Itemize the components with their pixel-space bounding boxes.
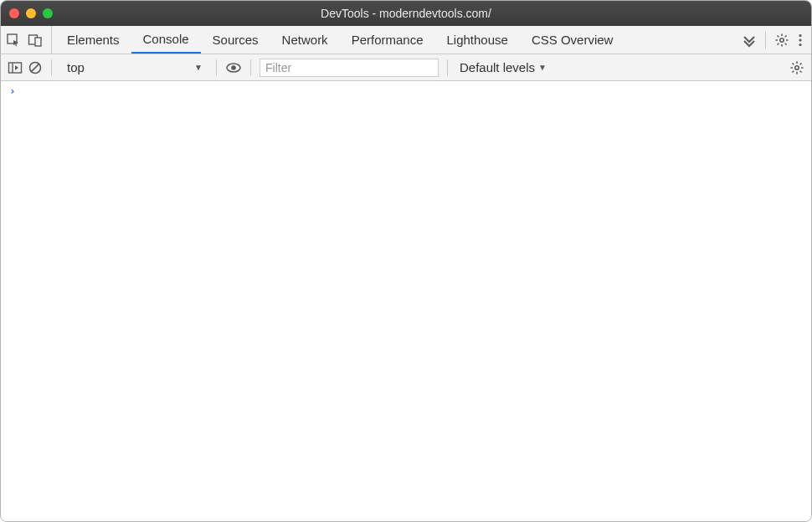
execution-context-selector[interactable]: top ▼ [60,58,208,78]
console-body[interactable]: › [1,81,811,521]
svg-line-10 [785,35,787,37]
svg-point-20 [231,65,236,70]
separator [216,59,217,76]
svg-line-11 [778,43,779,44]
svg-point-13 [799,38,801,41]
console-settings-icon[interactable] [789,60,804,75]
minimize-window-button[interactable] [26,8,36,18]
kebab-menu-icon[interactable] [794,33,806,48]
separator [51,59,52,76]
svg-point-21 [795,65,799,69]
chevron-down-icon: ▼ [538,63,547,72]
tab-css-overview[interactable]: CSS Overview [520,26,625,54]
separator [250,59,251,76]
toggle-sidebar-icon[interactable] [8,61,23,74]
tab-label: Lighthouse [447,33,508,47]
filter-input[interactable] [260,59,439,77]
svg-line-8 [778,35,779,37]
console-input[interactable] [19,84,803,97]
log-levels-selector[interactable]: Default levels ▼ [456,60,550,74]
device-toolbar-icon[interactable] [28,33,43,48]
context-label: top [67,60,85,74]
more-tabs-icon[interactable] [742,33,757,48]
prompt-caret-icon: › [9,84,16,97]
window-title: DevTools - moderndevtools.com/ [1,7,811,20]
tab-console[interactable]: Console [131,26,201,54]
maximize-window-button[interactable] [43,8,53,18]
tab-label: Network [282,33,328,47]
svg-line-9 [785,43,787,44]
tab-network[interactable]: Network [270,26,340,54]
tabbar-left-controls [6,26,52,54]
titlebar: DevTools - moderndevtools.com/ [1,1,811,26]
close-window-button[interactable] [9,8,19,18]
svg-rect-2 [35,38,41,46]
tab-label: Elements [67,33,120,47]
tabbar-right-controls [737,26,806,54]
live-expression-icon[interactable] [225,61,242,74]
devtools-window: DevTools - moderndevtools.com/ Elements … [0,0,812,522]
svg-line-27 [800,70,802,72]
traffic-lights [9,8,53,18]
separator [765,31,766,49]
svg-line-28 [800,63,802,64]
clear-console-icon[interactable] [28,60,43,75]
console-prompt-row: › [9,84,803,97]
chevron-down-icon: ▼ [194,63,203,72]
svg-line-18 [31,64,39,71]
settings-icon[interactable] [774,33,789,48]
devtools-tabbar: Elements Console Sources Network Perform… [1,26,811,54]
tab-label: Performance [352,33,424,47]
svg-point-3 [780,38,784,41]
svg-point-12 [799,33,801,36]
tabs-container: Elements Console Sources Network Perform… [55,26,737,54]
svg-point-14 [799,43,801,45]
levels-label: Default levels [460,60,535,74]
tab-label: CSS Overview [532,33,614,47]
inspect-element-icon[interactable] [6,33,21,48]
separator [447,59,448,76]
console-toolbar: top ▼ Default levels ▼ [1,54,811,81]
svg-line-26 [793,63,794,64]
tab-label: Sources [213,33,259,47]
svg-line-29 [793,70,794,72]
tab-performance[interactable]: Performance [340,26,435,54]
tab-sources[interactable]: Sources [201,26,270,54]
tab-lighthouse[interactable]: Lighthouse [435,26,520,54]
tab-label: Console [143,32,189,46]
tab-elements[interactable]: Elements [55,26,131,54]
